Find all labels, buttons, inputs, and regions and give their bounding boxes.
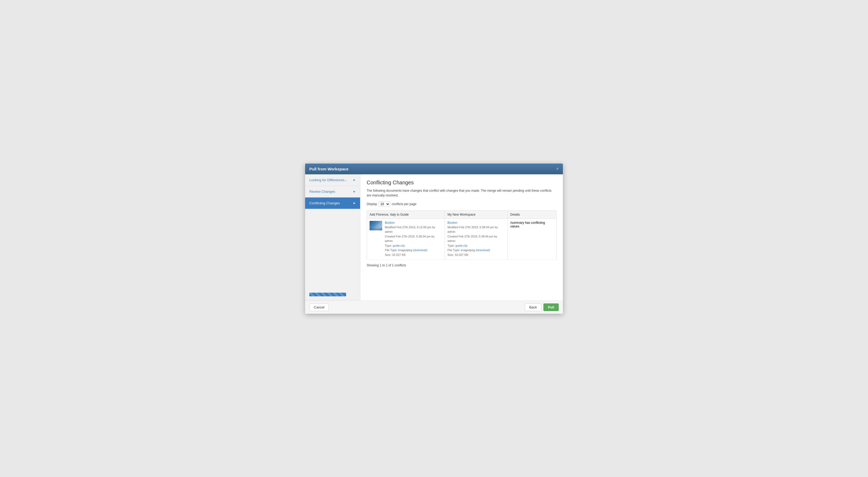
type-link-left[interactable]: guide:city [393, 244, 405, 247]
modified-left: Modified Feb 27th 2019, 6:12:08 pm by ad… [385, 225, 442, 234]
sidebar-item-label: Conflicting Changes [309, 201, 340, 205]
size-right: Size: 32.027 KB [447, 253, 505, 257]
sidebar-item-label: Looking for Differences... [309, 178, 347, 182]
footer-right: Back Pull [525, 304, 559, 311]
pull-from-workspace-dialog: Pull from Workspace × Looking for Differ… [305, 164, 563, 314]
progress-section [305, 288, 360, 300]
doc-info-right: Boston Modified Feb 27th 2019, 5:38:04 p… [447, 221, 505, 257]
source-cell: Boston Modified Feb 27th 2019, 6:12:08 p… [367, 219, 445, 259]
sidebar-item-conflicting-changes[interactable]: Conflicting Changes ► [305, 197, 360, 209]
col-header-workspace: My New Workspace [445, 210, 508, 219]
sidebar-item-looking-for-differences[interactable]: Looking for Differences... ► [305, 174, 360, 186]
modified-right: Modified Feb 27th 2019, 5:38:04 pm by ad… [447, 225, 505, 234]
type-left: Type: guide:city [385, 244, 442, 248]
conflicts-table: Add Florence, Italy to Guide My New Work… [367, 210, 557, 260]
details-cell: /summary has conflicting values [507, 219, 556, 259]
workspace-cell: Boston Modified Feb 27th 2019, 5:38:04 p… [445, 219, 508, 259]
download-link-right[interactable]: (download) [476, 249, 490, 252]
chevron-right-icon: ► [353, 201, 356, 204]
table-row: Boston Modified Feb 27th 2019, 6:12:08 p… [367, 219, 557, 259]
chevron-right-icon: ► [353, 178, 356, 182]
doc-thumbnail [370, 221, 382, 230]
description-text: The following documents have changes tha… [367, 188, 557, 198]
doc-link-left[interactable]: Boston [385, 221, 395, 225]
dialog-body: Looking for Differences... ► Review Chan… [305, 174, 563, 300]
filetype-right: File Type: image/jpeg (download) [447, 248, 505, 253]
sidebar-item-review-changes[interactable]: Review Changes ► [305, 186, 360, 197]
type-right: Type: guide:city [447, 244, 505, 248]
created-right: Created Feb 27th 2019, 5:38:04 pm by adm… [447, 234, 505, 244]
sidebar-item-label: Review Changes [309, 190, 335, 194]
close-button[interactable]: × [556, 167, 559, 171]
doc-link-right[interactable]: Boston [447, 221, 457, 225]
size-left: Size: 32.027 KB [385, 253, 442, 257]
doc-meta-right: Modified Feb 27th 2019, 5:38:04 pm by ad… [447, 225, 505, 257]
doc-meta-left: Modified Feb 27th 2019, 6:12:08 pm by ad… [385, 225, 442, 257]
doc-info-left: Boston Modified Feb 27th 2019, 6:12:08 p… [385, 221, 442, 257]
sidebar: Looking for Differences... ► Review Chan… [305, 174, 360, 300]
title-bar: Pull from Workspace × [305, 164, 563, 174]
per-page-select[interactable]: 10 25 50 [378, 201, 390, 207]
display-label-pre: Display [367, 202, 377, 206]
created-left: Created Feb 27th 2019, 5:38:04 pm by adm… [385, 234, 442, 244]
dialog-title: Pull from Workspace [309, 167, 348, 171]
type-link-right[interactable]: guide:city [455, 244, 467, 247]
showing-text: Showing 1 to 1 of 1 conflicts [367, 263, 557, 267]
pull-button[interactable]: Pull [544, 304, 559, 311]
doc-row-inner-left: Boston Modified Feb 27th 2019, 6:12:08 p… [370, 221, 442, 257]
dialog-footer: Cancel Back Pull [305, 300, 563, 314]
main-content: Conflicting Changes The following docume… [360, 174, 563, 300]
chevron-right-icon: ► [353, 190, 356, 193]
display-row: Display 10 25 50 conflicts per page [367, 201, 557, 207]
cancel-button[interactable]: Cancel [309, 304, 329, 311]
back-button[interactable]: Back [525, 304, 541, 311]
progress-bar [309, 293, 346, 296]
col-header-source: Add Florence, Italy to Guide [367, 210, 445, 219]
col-header-details: Details [507, 210, 556, 219]
display-label-post: conflicts per page [392, 202, 416, 206]
progress-bar-fill [309, 293, 346, 296]
download-link-left[interactable]: (download) [413, 249, 427, 252]
filetype-left: File Type: image/jpeg (download) [385, 248, 442, 253]
page-title: Conflicting Changes [367, 180, 557, 186]
